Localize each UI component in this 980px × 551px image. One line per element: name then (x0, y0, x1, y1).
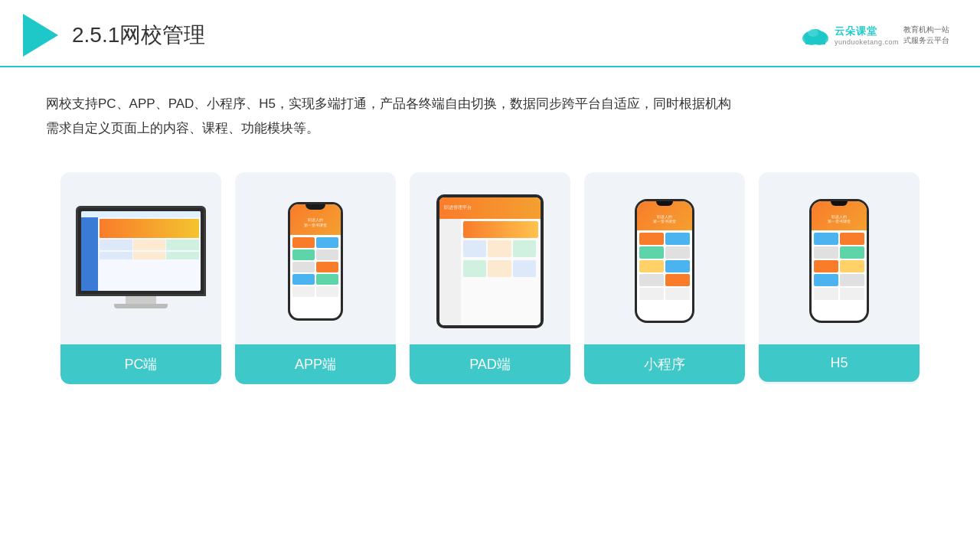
brand-text: 云朵课堂 yunduoketang.com (835, 24, 899, 46)
logo-triangle-icon (23, 14, 58, 57)
cloud-icon (798, 21, 833, 49)
header: 2.5.1网校管理 云朵课堂 yunduoketang.com 教育机构一站 式… (0, 0, 980, 67)
phone-app-icon: 职进人的第一堂书课堂 (288, 202, 343, 321)
phone-h5-icon: 职进人的第一堂书课堂 (809, 199, 869, 323)
brand-slogan: 教育机构一站 式服务云平台 (903, 24, 949, 46)
svg-point-6 (808, 29, 818, 37)
card-image-app: 职进人的第一堂书课堂 (246, 191, 385, 332)
card-h5: 职进人的第一堂书课堂 (759, 172, 920, 384)
tablet-pad-icon: 职进管理平台 (436, 194, 544, 328)
pc-monitor-icon (76, 206, 206, 317)
card-app: 职进人的第一堂书课堂 (235, 172, 396, 384)
card-image-h5: 职进人的第一堂书课堂 (769, 191, 909, 332)
card-image-pc (71, 191, 211, 332)
card-label-pad: PAD端 (410, 344, 570, 384)
card-label-miniprogram: 小程序 (584, 344, 745, 384)
cards-container: PC端 职进人的第一堂书课堂 (0, 142, 980, 384)
phone-miniprogram-icon: 职进人的第一堂书课堂 (635, 199, 694, 323)
card-miniprogram: 职进人的第一堂书课堂 (584, 172, 745, 384)
card-image-pad: 职进管理平台 (420, 191, 560, 332)
svg-rect-5 (805, 38, 825, 44)
card-label-pc: PC端 (60, 344, 221, 384)
brand-logo: 云朵课堂 yunduoketang.com 教育机构一站 式服务云平台 (798, 21, 949, 49)
card-pad: 职进管理平台 (410, 172, 570, 384)
card-pc: PC端 (60, 172, 221, 384)
card-image-miniprogram: 职进人的第一堂书课堂 (595, 191, 734, 332)
description-text: 网校支持PC、APP、PAD、小程序、H5，实现多端打通，产品各终端自由切换，数… (0, 67, 980, 142)
card-label-app: APP端 (235, 344, 396, 384)
page-title: 2.5.1网校管理 (72, 21, 205, 50)
header-left: 2.5.1网校管理 (23, 14, 205, 57)
card-label-h5: H5 (759, 344, 920, 382)
